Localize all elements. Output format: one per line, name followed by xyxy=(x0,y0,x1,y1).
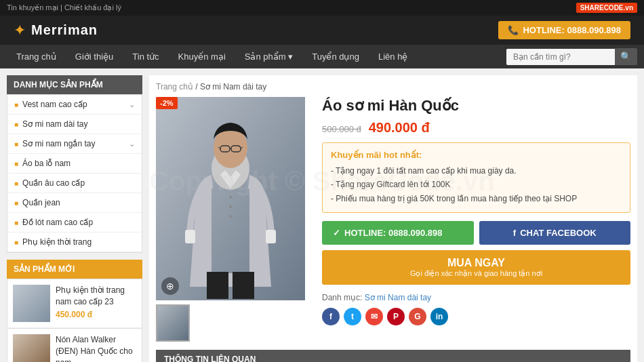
chat-facebook-button[interactable]: f CHAT FACEBOOK xyxy=(479,221,631,245)
sidebar-item-label: Quần jean xyxy=(22,198,60,207)
search-button[interactable]: 🔍 xyxy=(615,48,637,65)
buy-now-button[interactable]: MUA NGAY Gọi điện xác nhận và giao hàng … xyxy=(322,250,630,285)
thumbnail-row xyxy=(156,304,312,342)
breadcrumb-home[interactable]: Trang chủ xyxy=(156,82,193,92)
nav-about[interactable]: Giới thiệu xyxy=(66,45,123,68)
sharecode-badge: SHARECODE.vn xyxy=(576,3,637,13)
buy-sublabel: Gọi điện xác nhận và giao hàng tận nơi xyxy=(329,269,624,278)
sidebar-item-phu-kien[interactable]: ■Phụ kiện thời trang xyxy=(7,233,142,252)
category-menu: ■Vest nam cao cấp ⌄ ■Sơ mi nam dài tay ■… xyxy=(7,94,142,253)
chevron-down-icon: ⌄ xyxy=(129,100,135,109)
product-info: Nón Alan Walker (ĐEN) Hàn Quốc cho nam 6… xyxy=(56,334,136,362)
bullet-icon: ■ xyxy=(14,199,18,207)
search-area: 🔍 xyxy=(506,48,637,65)
product-info: Áo sơ mi Hàn Quốc 500.000 đ 490.000 đ Kh… xyxy=(322,97,630,342)
bullet-icon: ■ xyxy=(14,180,18,187)
top-bar-text: Tin khuyến mại | Chiết khấu đại lý xyxy=(7,3,121,12)
bullet-icon: ■ xyxy=(14,121,18,128)
svg-rect-6 xyxy=(266,230,276,243)
hotline-label: HOTLINE: 0888.090.898 xyxy=(344,228,443,238)
bullet-icon: ■ xyxy=(14,160,18,167)
product-image xyxy=(156,97,305,300)
product-name: Nón Alan Walker (ĐEN) Hàn Quốc cho nam xyxy=(56,334,136,362)
bullet-icon: ■ xyxy=(14,239,18,246)
search-input[interactable] xyxy=(506,49,615,65)
svg-point-2 xyxy=(229,196,232,199)
sidebar-item-label: Đồ lót nam cao cấp xyxy=(22,218,93,227)
svg-point-4 xyxy=(229,215,232,218)
sidebar: DANH MỤC SẢN PHẨM ■Vest nam cao cấp ⌄ ■S… xyxy=(7,75,142,362)
svg-rect-5 xyxy=(185,230,195,243)
top-bar: Tin khuyến mại | Chiết khấu đại lý SHARE… xyxy=(0,0,644,16)
logo-icon: ✦ xyxy=(14,22,26,39)
share-facebook[interactable]: f xyxy=(322,308,340,325)
svg-rect-7 xyxy=(207,272,228,299)
nav-home[interactable]: Trang chủ xyxy=(7,45,66,68)
price-area: 500.000 đ 490.000 đ xyxy=(322,120,630,136)
sidebar-item-vest[interactable]: ■Vest nam cao cấp ⌄ xyxy=(7,95,142,115)
nav-news[interactable]: Tin tức xyxy=(123,45,168,68)
product-name: Phụ kiện thời trang nam cao cấp 23 xyxy=(56,285,136,308)
sidebar-item-quan-jean[interactable]: ■Quần jean xyxy=(7,193,142,213)
share-googleplus[interactable]: G xyxy=(409,308,426,325)
facebook-icon: f xyxy=(513,228,516,238)
hotline-button[interactable]: ✓ HOTLINE: 0888.090.898 xyxy=(322,221,474,245)
sidebar-item-do-lot[interactable]: ■Đồ lót nam cao cấp xyxy=(7,213,142,233)
sidebar-item-somi-ngan[interactable]: ■Sơ mi nam ngắn tay ⌄ xyxy=(7,134,142,154)
sidebar-item-label: Sơ mi nam ngắn tay xyxy=(22,139,95,148)
buy-label: MUA NGAY xyxy=(447,257,505,268)
promo-item-2: - Tặng ngay Giftcard lên tới 100K xyxy=(331,178,622,191)
thumbnail-1[interactable] xyxy=(156,304,190,342)
promo-title: Khuyến mãi hot nhất: xyxy=(331,150,622,160)
action-buttons: ✓ HOTLINE: 0888.090.898 f CHAT FACEBOOK xyxy=(322,221,630,245)
sidebar-item-label: Vest nam cao cấp xyxy=(22,100,87,109)
discount-badge: -2% xyxy=(156,97,178,109)
product-image-area: -2% xyxy=(156,97,312,342)
promo-item-1: - Tặng ngay 1 đôi tất nam cao cấp khi mu… xyxy=(331,164,622,178)
header: ✦ Merriman 📞 HOTLINE: 0888.090.898 xyxy=(0,16,644,45)
share-twitter[interactable]: t xyxy=(344,308,361,325)
product-image-wrap: -2% xyxy=(156,97,305,300)
category-label: Danh mục: xyxy=(322,293,362,302)
new-product-1[interactable]: Phụ kiện thời trang nam cao cấp 23 450.0… xyxy=(7,279,142,328)
breadcrumb-category: Sơ mi Nam dài tay xyxy=(200,82,266,92)
product-title: Áo sơ mi Hàn Quốc xyxy=(322,97,630,115)
nav-contact[interactable]: Liên hệ xyxy=(369,45,417,68)
chevron-down-icon: ⌄ xyxy=(129,140,135,148)
price-new: 490.000 đ xyxy=(369,120,430,135)
detail-tab[interactable]: THÔNG TIN LIÊN QUAN xyxy=(156,350,630,362)
category-tag: Danh mục: Sơ mi Nam dài tay xyxy=(322,293,630,302)
nav-promo[interactable]: Khuyến mại xyxy=(169,45,235,68)
category-link[interactable]: Sơ mi Nam dài tay xyxy=(365,293,431,302)
sidebar-item-label: Quần âu cao cấp xyxy=(22,178,85,188)
product-thumbnail xyxy=(13,285,50,322)
logo-text: Merriman xyxy=(31,22,98,38)
top-bar-right: SHARECODE.vn xyxy=(576,3,637,13)
new-product-2[interactable]: Nón Alan Walker (ĐEN) Hàn Quốc cho nam 6… xyxy=(7,328,142,362)
navigation: Trang chủ Giới thiệu Tin tức Khuyến mại … xyxy=(0,45,644,68)
bullet-icon: ■ xyxy=(14,219,18,226)
nav-recruit[interactable]: Tuyển dụng xyxy=(302,45,369,68)
bullet-icon: ■ xyxy=(14,101,18,108)
sidebar-item-ao-ba-lo[interactable]: ■Áo ba lỗ nam xyxy=(7,154,142,174)
sidebar-item-somi-dai[interactable]: ■Sơ mi nam dài tay xyxy=(7,115,142,134)
sidebar-item-quan-au[interactable]: ■Quần âu cao cấp xyxy=(7,174,142,193)
nav-products[interactable]: Sản phẩm ▾ xyxy=(235,45,302,68)
zoom-button[interactable]: ⊕ xyxy=(161,277,179,295)
hotline-button[interactable]: 📞 HOTLINE: 0888.090.898 xyxy=(498,21,630,39)
share-linkedin[interactable]: in xyxy=(430,308,448,325)
share-pinterest[interactable]: P xyxy=(387,308,405,325)
checkmark-icon: ✓ xyxy=(333,228,340,238)
sidebar-item-label: Áo ba lỗ nam xyxy=(22,159,71,168)
share-email[interactable]: ✉ xyxy=(365,308,383,325)
hotline-label: HOTLINE: 0888.090.898 xyxy=(523,25,621,35)
social-share: f t ✉ P G in xyxy=(322,308,630,325)
sidebar-item-label: Phụ kiện thời trang xyxy=(22,237,92,247)
promo-item-3: - Phiếu mua hàng trị giá 50K trong lần m… xyxy=(331,192,622,205)
category-section-title: DANH MỤC SẢN PHẨM xyxy=(7,75,142,94)
svg-point-3 xyxy=(229,205,232,208)
product-content: Trang chủ / Sơ mi Nam dài tay -2% xyxy=(149,75,637,362)
new-products-title: SẢN PHẨM MỚI xyxy=(7,260,142,279)
bullet-icon: ■ xyxy=(14,140,18,148)
phone-icon: 📞 xyxy=(508,25,519,35)
